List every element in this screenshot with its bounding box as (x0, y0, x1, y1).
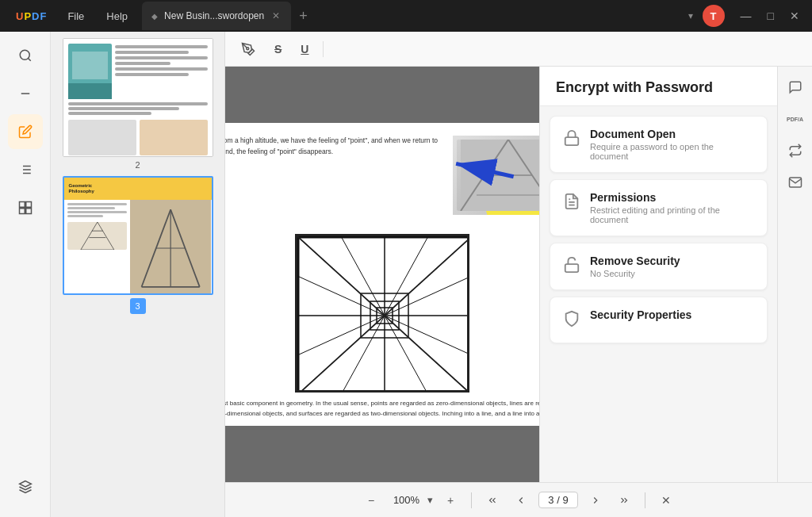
tab-area: ◆ New Busin...swordopen ✕ + (139, 2, 681, 30)
minimize-button[interactable]: — (734, 6, 758, 25)
svg-line-14 (80, 222, 97, 250)
document-open-text: Document Open Require a password to open… (590, 128, 754, 161)
svg-point-0 (20, 50, 29, 59)
toolbar-divider (323, 41, 324, 57)
encrypt-option-remove-security[interactable]: Remove Security No Security (550, 243, 768, 290)
security-properties-title: Security Properties (590, 308, 691, 321)
svg-rect-11 (19, 209, 25, 214)
right-toolbar-comment[interactable] (781, 73, 810, 101)
app-logo: UPDF (6, 10, 56, 22)
svg-rect-10 (25, 202, 31, 208)
toolbar-strikethrough[interactable]: S (268, 40, 288, 59)
tab-close-button[interactable]: ✕ (270, 9, 282, 23)
geometric-drawing (295, 234, 469, 393)
new-tab-button[interactable]: + (291, 8, 316, 25)
svg-rect-12 (25, 209, 31, 214)
svg-rect-58 (565, 264, 579, 272)
pdf-bottom-text: the most basic component in geometry. In… (225, 393, 539, 426)
permissions-text: Permissions Restrict editing and printin… (590, 191, 754, 224)
last-page-button[interactable] (613, 489, 635, 511)
user-avatar[interactable]: T (703, 5, 725, 27)
zoom-in-button[interactable]: + (439, 489, 462, 511)
right-toolbar-convert[interactable] (781, 136, 810, 165)
right-panel-header: Encrypt with Password (540, 67, 777, 106)
svg-rect-55 (565, 137, 579, 145)
tab-icon: ◆ (151, 12, 158, 21)
encrypt-option-security-properties[interactable]: Security Properties (550, 297, 768, 343)
content-wrapper: S U street from a high altitude, we have… (225, 32, 812, 517)
sidebar-icon-collapse[interactable] (8, 76, 43, 111)
right-toolbar-mail[interactable] (781, 168, 810, 197)
menu-file[interactable]: File (56, 0, 95, 32)
menu-help[interactable]: Help (95, 0, 139, 32)
document-open-subtitle: Require a password to open the document (590, 142, 754, 161)
toolbar-text-highlight[interactable] (235, 39, 262, 59)
zoom-dropdown-button[interactable]: ▾ (427, 494, 433, 506)
pdf-right-image (453, 136, 539, 215)
sidebar-bottom (8, 469, 43, 511)
right-panel: Encrypt with Password Document Open Requ… (539, 67, 777, 482)
permissions-subtitle: Restrict editing and printing of the doc… (590, 205, 754, 224)
permissions-icon (563, 193, 580, 214)
pdf-text-block: street from a high altitude, we have the… (225, 136, 443, 215)
right-toolbar-pdfa[interactable]: PDF/A (781, 105, 810, 133)
maximize-button[interactable]: □ (761, 6, 780, 25)
bottom-divider-1 (471, 492, 472, 508)
thumbnail-page-3[interactable]: GeometricPhilosophy (57, 176, 218, 314)
encrypt-option-permissions[interactable]: Permissions Restrict editing and printin… (550, 179, 768, 236)
sidebar-icon-pages[interactable] (8, 190, 43, 225)
remove-security-title: Remove Security (590, 255, 680, 267)
main-area: 2 GeometricPhilosophy (0, 32, 812, 517)
sidebar-icon-search[interactable] (8, 38, 43, 73)
title-bar-right: ▾ T — □ ✕ (682, 5, 812, 27)
pdf-page-content: street from a high altitude, we have the… (225, 123, 539, 426)
menu-bar: File Help (56, 0, 139, 32)
thumbnail-page-2[interactable]: 2 (57, 38, 218, 170)
sidebar-icon-list[interactable] (8, 152, 43, 187)
remove-security-text: Remove Security No Security (590, 255, 680, 278)
toolbar: S U (225, 32, 812, 67)
tab-dropdown-button[interactable]: ▾ (682, 7, 699, 25)
prev-page-button[interactable] (510, 489, 532, 511)
permissions-title: Permissions (590, 191, 754, 204)
document-open-title: Document Open (590, 128, 754, 140)
zoom-value: 100% (389, 494, 424, 506)
bottom-bar: − 100% ▾ + ✕ (225, 482, 812, 517)
zoom-out-button[interactable]: − (360, 489, 382, 511)
content-area: street from a high altitude, we have the… (225, 67, 812, 482)
security-properties-text: Security Properties (590, 308, 691, 321)
bottom-divider-2 (645, 492, 645, 508)
window-controls: — □ ✕ (734, 6, 806, 25)
close-button[interactable]: ✕ (783, 6, 806, 25)
svg-point-24 (247, 47, 249, 49)
thumbnail-page-number-2: 2 (135, 160, 140, 170)
right-panel-body: Document Open Require a password to open… (540, 106, 777, 482)
active-tab[interactable]: ◆ New Busin...swordopen ✕ (142, 2, 291, 30)
svg-rect-9 (19, 202, 25, 208)
svg-line-15 (97, 222, 113, 250)
svg-marker-13 (19, 481, 31, 488)
remove-security-icon (563, 256, 580, 278)
thumbnail-panel: 2 GeometricPhilosophy (51, 32, 225, 517)
sidebar-icon-layers[interactable] (8, 469, 43, 504)
zoom-display: 100% ▾ (389, 494, 433, 506)
close-view-button[interactable]: ✕ (655, 489, 677, 511)
logo-text: UPDF (16, 10, 47, 22)
encrypt-option-document-open[interactable]: Document Open Require a password to open… (550, 116, 768, 173)
pdf-viewer[interactable]: street from a high altitude, we have the… (225, 67, 539, 482)
thumbnail-page-badge-3: 3 (130, 298, 146, 314)
next-page-button[interactable] (584, 489, 607, 511)
page-input[interactable] (538, 492, 578, 508)
remove-security-subtitle: No Security (590, 269, 680, 278)
right-toolbar: PDF/A (777, 67, 812, 482)
tab-title: New Busin...swordopen (164, 10, 264, 21)
sidebar-icon-edit[interactable] (8, 114, 43, 149)
title-bar: UPDF File Help ◆ New Busin...swordopen ✕… (0, 0, 812, 32)
svg-line-1 (28, 58, 30, 60)
toolbar-underline[interactable]: U (294, 40, 315, 59)
security-properties-icon (563, 310, 580, 331)
lock-icon (563, 129, 580, 151)
first-page-button[interactable] (481, 489, 504, 511)
left-sidebar (0, 32, 51, 517)
